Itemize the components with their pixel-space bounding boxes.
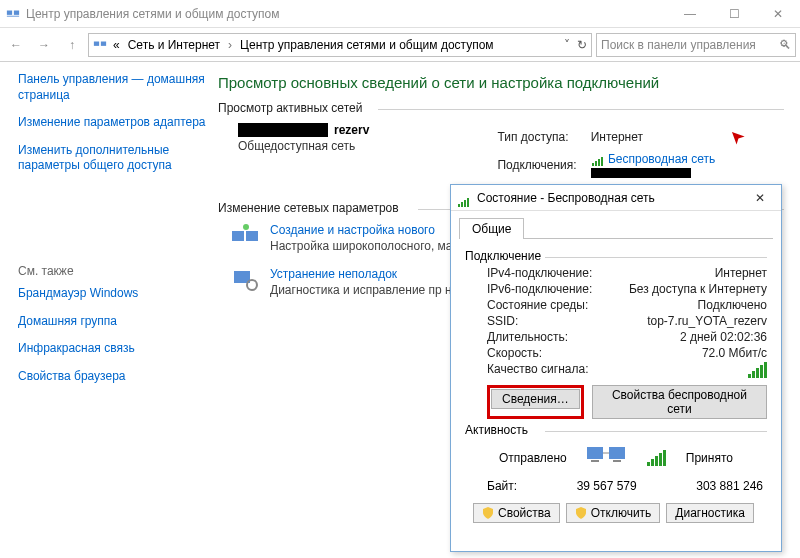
svg-rect-2 bbox=[7, 15, 19, 16]
access-type-value: Интернет bbox=[585, 125, 722, 149]
troubleshoot-icon bbox=[232, 267, 260, 291]
disable-button[interactable]: Отключить bbox=[566, 503, 661, 523]
sidebar-link-adapter[interactable]: Изменение параметров адаптера bbox=[18, 115, 206, 131]
signal-strength-icon bbox=[748, 362, 767, 378]
sidebar-link-sharing[interactable]: Изменить дополнительные параметры общего… bbox=[18, 143, 206, 174]
window-titlebar: Центр управления сетями и общим доступом… bbox=[0, 0, 800, 28]
breadcrumb-item[interactable]: Сеть и Интернет bbox=[126, 38, 222, 52]
svg-rect-0 bbox=[7, 10, 12, 14]
properties-button[interactable]: Свойства bbox=[473, 503, 560, 523]
window-title: Центр управления сетями и общим доступом bbox=[26, 7, 280, 21]
see-also-header: См. также bbox=[18, 264, 206, 278]
disable-button-label: Отключить bbox=[591, 506, 652, 520]
related-link-internet-options[interactable]: Свойства браузера bbox=[18, 369, 206, 385]
dialog-titlebar: Состояние - Беспроводная сеть ✕ bbox=[451, 185, 781, 211]
svg-rect-10 bbox=[587, 447, 603, 459]
breadcrumb-box[interactable]: « Сеть и Интернет › Центр управления сет… bbox=[88, 33, 592, 57]
dialog-close-button[interactable]: ✕ bbox=[745, 191, 775, 205]
sidebar-link-home[interactable]: Панель управления — домашняя страница bbox=[18, 72, 206, 103]
maximize-button[interactable]: ☐ bbox=[712, 0, 756, 28]
wifi-signal-icon bbox=[591, 152, 605, 162]
network-scope: Общедоступная сеть bbox=[238, 139, 369, 153]
search-input[interactable]: Поиск в панели управления 🔍︎ bbox=[596, 33, 796, 57]
svg-point-7 bbox=[243, 224, 249, 230]
up-button[interactable]: ↑ bbox=[60, 33, 84, 57]
ipv6-value: Без доступа к Интернету bbox=[629, 282, 767, 296]
redacted-network-name bbox=[238, 123, 328, 137]
ssid-label: SSID: bbox=[487, 314, 518, 328]
properties-button-label: Свойства bbox=[498, 506, 551, 520]
bytes-sent: 39 567 579 bbox=[577, 479, 637, 493]
speed-value: 72.0 Мбит/с bbox=[702, 346, 767, 360]
wifi-signal-icon bbox=[457, 193, 471, 203]
duration-label: Длительность: bbox=[487, 330, 568, 344]
speed-label: Скорость: bbox=[487, 346, 542, 360]
bytes-recv: 303 881 246 bbox=[696, 479, 763, 493]
details-button[interactable]: Сведения… bbox=[491, 389, 580, 409]
sent-label: Отправлено bbox=[499, 451, 567, 465]
connection-link[interactable]: Беспроводная сеть bbox=[608, 152, 715, 166]
dialog-title: Состояние - Беспроводная сеть bbox=[477, 191, 655, 205]
duration-value: 2 дней 02:02:36 bbox=[680, 330, 767, 344]
active-network-row: rezerv Общедоступная сеть Тип доступа: И… bbox=[238, 123, 784, 181]
ipv6-label: IPv6-подключение: bbox=[487, 282, 592, 296]
connection-section-label: Подключение bbox=[465, 249, 767, 263]
bytes-label: Байт: bbox=[487, 479, 517, 493]
sidebar: Панель управления — домашняя страница Из… bbox=[0, 62, 210, 558]
ssid-value: top-7.ru_YOTA_rezerv bbox=[647, 314, 767, 328]
activity-monitors-icon bbox=[587, 443, 627, 473]
svg-point-9 bbox=[247, 280, 257, 290]
new-connection-icon bbox=[232, 223, 260, 247]
shield-icon bbox=[575, 507, 587, 519]
network-center-icon bbox=[93, 38, 107, 52]
related-link-homegroup[interactable]: Домашняя группа bbox=[18, 314, 206, 330]
chevron-right-icon: › bbox=[226, 38, 234, 52]
access-type-label: Тип доступа: bbox=[491, 125, 582, 149]
media-label: Состояние среды: bbox=[487, 298, 588, 312]
related-link-firewall[interactable]: Брандмауэр Windows bbox=[18, 286, 206, 302]
page-heading: Просмотр основных сведений о сети и наст… bbox=[218, 74, 784, 91]
svg-rect-6 bbox=[246, 231, 258, 241]
wifi-signal-icon bbox=[647, 450, 666, 466]
breadcrumb-item[interactable]: Центр управления сетями и общим доступом bbox=[238, 38, 496, 52]
svg-rect-1 bbox=[14, 10, 19, 14]
diagnose-button[interactable]: Диагностика bbox=[666, 503, 754, 523]
svg-rect-11 bbox=[591, 460, 599, 462]
svg-rect-12 bbox=[609, 447, 625, 459]
wifi-properties-button[interactable]: Свойства беспроводной сети bbox=[592, 385, 767, 419]
active-networks-label: Просмотр активных сетей bbox=[218, 101, 784, 115]
activity-section-label: Активность bbox=[465, 423, 767, 437]
back-button[interactable]: ← bbox=[4, 33, 28, 57]
wifi-status-dialog: Состояние - Беспроводная сеть ✕ Общие По… bbox=[450, 184, 782, 552]
svg-rect-4 bbox=[101, 41, 106, 45]
ipv4-label: IPv4-подключение: bbox=[487, 266, 592, 280]
tab-general[interactable]: Общие bbox=[459, 218, 524, 239]
signal-label: Качество сигнала: bbox=[487, 362, 588, 378]
media-value: Подключено bbox=[698, 298, 767, 312]
svg-rect-13 bbox=[613, 460, 621, 462]
network-center-icon bbox=[6, 7, 20, 21]
minimize-button[interactable]: — bbox=[668, 0, 712, 28]
annotation-arrow-icon: ➤ bbox=[724, 124, 750, 150]
ipv4-value: Интернет bbox=[715, 266, 767, 280]
svg-rect-5 bbox=[232, 231, 244, 241]
search-icon: 🔍︎ bbox=[779, 38, 791, 52]
shield-icon bbox=[482, 507, 494, 519]
redacted-connection bbox=[591, 168, 691, 178]
related-link-infrared[interactable]: Инфракрасная связь bbox=[18, 341, 206, 357]
network-name-suffix: rezerv bbox=[334, 123, 369, 137]
diagnose-button-label: Диагностика bbox=[675, 506, 745, 520]
address-dropdown[interactable]: ˅ ↻ bbox=[564, 38, 587, 52]
annotation-highlight: Сведения… bbox=[487, 385, 584, 419]
forward-button[interactable]: → bbox=[32, 33, 56, 57]
breadcrumb-root[interactable]: « bbox=[111, 38, 122, 52]
close-button[interactable]: ✕ bbox=[756, 0, 800, 28]
svg-rect-3 bbox=[94, 41, 99, 45]
connections-label: Подключения: bbox=[491, 151, 582, 179]
search-placeholder: Поиск в панели управления bbox=[601, 38, 756, 52]
recv-label: Принято bbox=[686, 451, 733, 465]
address-bar: ← → ↑ « Сеть и Интернет › Центр управлен… bbox=[0, 28, 800, 62]
